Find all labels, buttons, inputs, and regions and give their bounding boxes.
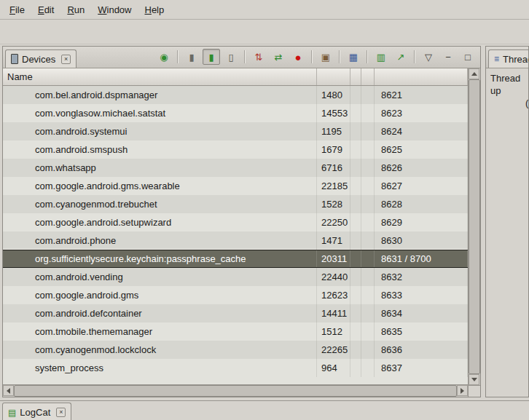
window: FileEditRunWindowHelp Devices × ◉▮▮▯⇅⇄●▣… [0,0,529,420]
screen-capture-icon[interactable]: ▣ [317,49,334,65]
thread-columns-icon[interactable]: ▥ [372,49,390,65]
menu-item-file[interactable]: File [3,2,31,17]
toolbar-icon-glyph: ↗ [397,52,405,62]
scroll-left-button[interactable] [3,385,14,396]
process-cell-empty [350,359,361,377]
menu-item-help[interactable]: Help [138,2,171,17]
stop-process-icon[interactable]: ● [289,49,307,65]
table-row[interactable]: system_process 964 8637 [3,359,468,377]
minimize-icon[interactable]: − [439,49,457,65]
tab-logcat-label: LogCat [20,407,50,418]
close-icon[interactable]: × [61,55,71,64]
table-row[interactable]: com.android.vending 22440 8632 [3,268,468,286]
process-cell-empty [361,231,375,250]
table-row[interactable]: com.google.android.gms 12623 8633 [3,286,468,304]
process-cell-empty [350,195,361,213]
cause-gc-icon[interactable]: ▯ [222,49,240,65]
process-pid: 22185 [317,177,350,195]
table-row[interactable]: com.cyanogenmod.lockclock 22265 8636 [3,341,468,359]
table-row[interactable]: com.android.smspush 1679 8625 [3,140,468,159]
process-name: com.tmobile.thememanager [3,322,317,341]
scroll-right-button[interactable] [457,385,468,396]
process-cell-empty [350,177,361,195]
table-row[interactable]: com.google.android.gms.wearable 22185 86… [3,177,468,195]
table-row[interactable]: com.android.phone 1471 8630 [3,231,468,250]
process-cell-empty [350,104,361,122]
toolbar-icon-glyph: ▽ [425,52,432,62]
tab-devices[interactable]: Devices × [5,49,77,68]
column-header-col4[interactable] [375,68,468,85]
process-port: 8625 [375,140,468,159]
update-threads-icon[interactable]: ⇅ [250,49,267,65]
main-toolbar [0,20,529,44]
view-menu-icon[interactable]: ▽ [420,49,437,65]
column-header-col2[interactable] [350,68,361,85]
column-header-name[interactable]: Name [3,68,317,85]
menu-item-edit[interactable]: Edit [31,2,60,17]
process-name: com.google.android.setupwizard [3,213,317,231]
process-cell-empty [361,159,375,177]
table-row[interactable]: com.vonglasow.michael.satstat 14553 8623 [3,104,468,122]
table-row[interactable]: com.cyanogenmod.trebuchet 1528 8628 [3,195,468,213]
dump-hprof-icon[interactable]: ▮ [203,49,220,65]
scroll-down-button[interactable] [469,374,479,385]
process-cell-empty [350,159,361,177]
close-icon[interactable]: × [56,408,66,417]
process-pid: 1480 [317,86,350,104]
table-row[interactable]: com.android.defcontainer 14411 8634 [3,304,468,322]
horizontal-scrollbar[interactable] [3,385,468,397]
process-port: 8623 [375,104,468,122]
process-port: 8630 [375,231,468,250]
process-name: com.google.android.gms.wearable [3,177,317,195]
process-port: 8626 [375,159,468,177]
column-header-col3[interactable] [361,68,375,85]
hscrollbar-thumb[interactable] [14,385,457,397]
process-table: com.bel.android.dspmanager 1480 8621 com… [3,86,468,384]
menu-item-window[interactable]: Window [91,2,138,17]
process-cell-empty [361,268,375,286]
update-heap-icon[interactable]: ▮ [183,49,200,65]
toolbar-separator [339,50,340,63]
process-cell-empty [350,304,361,322]
column-header-col1[interactable] [317,68,350,85]
left-arrow-icon [7,388,10,394]
table-row[interactable]: com.google.android.setupwizard 22250 862… [3,213,468,231]
menu-item-run[interactable]: Run [60,2,91,17]
process-name: com.cyanogenmod.trebuchet [3,195,317,213]
table-row[interactable]: com.bel.android.dspmanager 1480 8621 [3,86,468,104]
toolbar-separator [244,50,246,63]
process-pid: 1195 [317,122,350,140]
process-cell-empty [350,86,361,104]
debug-process-icon[interactable]: ◉ [155,49,173,65]
method-profiling-icon[interactable]: ⇄ [270,49,287,65]
table-row[interactable]: com.android.systemui 1195 8624 [3,122,468,140]
vertical-scrollbar[interactable] [469,68,480,385]
toolbar-icon-glyph: □ [465,52,471,62]
process-port: 8629 [375,213,468,231]
table-row[interactable]: org.sufficientlysecure.keychain:passphra… [3,250,468,268]
logcat-bar: ▤ LogCat × [0,400,529,420]
threads-icon: ≡ [494,55,499,63]
toolbar-icon-glyph: ⇅ [255,52,263,62]
table-row[interactable]: com.whatsapp 6716 8626 [3,159,468,177]
process-cell-empty [361,104,375,122]
tab-logcat[interactable]: ▤ LogCat × [2,403,71,420]
maximize-icon[interactable]: □ [459,49,477,65]
process-name: com.whatsapp [3,159,317,177]
ui-hierarchy-icon[interactable]: ▦ [345,49,362,65]
process-port: 8636 [375,341,468,359]
process-cell-empty [361,322,375,341]
toolbar-icon-glyph: ▥ [377,52,385,62]
process-port: 8631 / 8700 [375,250,468,267]
process-pid: 6716 [317,159,350,177]
toolbar-icon-glyph: ⇄ [275,52,283,62]
process-cell-empty [350,140,361,159]
process-cell-empty [350,250,361,267]
scroll-up-button[interactable] [469,68,479,79]
chart-icon[interactable]: ↗ [392,49,410,65]
process-port: 8634 [375,304,468,322]
scrollbar-corner [469,385,480,397]
table-row[interactable]: com.tmobile.thememanager 1512 8635 [3,322,468,341]
vscrollbar-thumb[interactable] [469,79,480,374]
tab-threads[interactable]: ≡ Threads [488,49,528,68]
